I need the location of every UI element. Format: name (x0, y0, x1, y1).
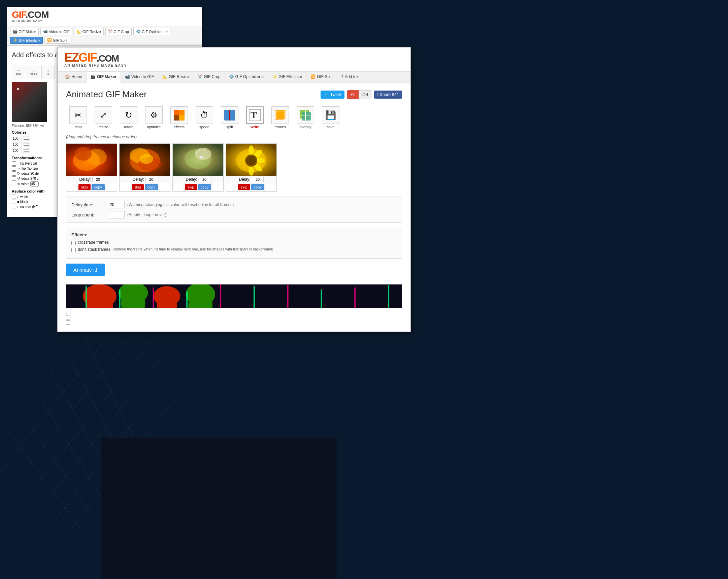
drag-drop-hint: (drag and drop frames to change order) (66, 135, 402, 139)
delay-time-note: (Warning: changing this value will reset… (127, 202, 234, 207)
frame-copy-btn-3[interactable]: copy (198, 184, 211, 190)
svg-point-40 (140, 154, 153, 164)
table-row: Delay: skip copy (119, 143, 171, 191)
mw-share-btn[interactable]: f Share 844 (374, 90, 402, 99)
mw-nav-gifsplit[interactable]: 🔀 GIF Split (306, 72, 337, 82)
table-row: Delay: skip copy (66, 143, 117, 191)
bw-nav-gifcrop[interactable]: ✂️ GIF Crop (105, 28, 132, 35)
bw-replace-white: □ white (12, 194, 47, 199)
effects-title: Effects: (71, 232, 397, 237)
bw-colorize-label: Colorize: (12, 130, 47, 134)
tool-save-label: save (327, 125, 334, 129)
svg-rect-19 (224, 110, 229, 121)
tool-crop[interactable]: ✂ crop (66, 105, 90, 131)
frame-delay-input-3[interactable] (199, 177, 210, 182)
bw-tools-row: ✂crop ⤢resize ○o (12, 65, 55, 79)
mw-nav-addtext[interactable]: T Add text (337, 72, 364, 82)
mw-nav-gifcrop[interactable]: ✂️ GIF Crop (193, 72, 225, 82)
bw-color-picker-g[interactable] (23, 142, 30, 147)
tool-write[interactable]: T write (243, 105, 267, 131)
frame-skip-btn-2[interactable]: skip (132, 184, 144, 190)
tool-speed[interactable]: ⏱ speed (192, 105, 216, 131)
frame-delay-input-2[interactable] (146, 177, 157, 182)
bottom-check-row-3 (66, 320, 402, 325)
tool-optimize[interactable]: ⚙ optimize (142, 105, 166, 131)
bw-color-row-1 (12, 136, 47, 141)
svg-rect-60 (66, 285, 402, 308)
tool-split[interactable]: split (217, 105, 242, 131)
frame-delay-input-1[interactable] (92, 177, 104, 182)
bw-nav-gifsplit[interactable]: 🔀 GIF Split (45, 37, 70, 44)
svg-rect-20 (230, 110, 235, 121)
frame-delay-input-4[interactable] (252, 177, 264, 182)
dont-stack-desc: (remove the frame when it's time to disp… (112, 247, 274, 251)
bottom-checkbox-1[interactable] (66, 310, 70, 314)
bw-color-picker-b[interactable] (23, 148, 30, 153)
loop-count-label: Loop count: (71, 212, 105, 217)
tool-resize[interactable]: ⤢ resize (91, 105, 115, 131)
mw-gplus-btn[interactable]: +1 (347, 90, 359, 99)
crossfade-checkbox[interactable] (71, 241, 76, 245)
dont-stack-checkbox[interactable] (71, 248, 76, 252)
frame-delay-row-4: Delay: (226, 176, 277, 183)
overlay-icon (297, 106, 314, 124)
bw-replace-black-cb[interactable] (12, 200, 16, 204)
mw-nav-gifresize[interactable]: 📐 GIF Resize (158, 72, 193, 82)
mw-nav-videotogif[interactable]: 📹 Video to GIF (121, 72, 158, 82)
tool-rotate[interactable]: ↻ rotate (116, 105, 141, 131)
bottom-checkbox-3[interactable] (66, 320, 70, 325)
bw-nav: 🎬 GIF Maker 📹 Video to GIF 📐 GIF Resize … (7, 26, 202, 46)
mw-nav-gifoptimizer[interactable]: ⚙️ GIF Optimizer » (225, 72, 268, 82)
bw-color-input-r[interactable] (12, 136, 22, 141)
bw-flip-h-cb[interactable] (12, 166, 16, 171)
bw-nav-gifresize[interactable]: 📐 GIF Resize (74, 28, 104, 35)
bw-nav-gifeffects[interactable]: ✨ GIF Effects » (10, 37, 43, 44)
bw-rotate-angle-input[interactable] (30, 181, 39, 186)
mw-nav-gifmaker[interactable]: 🎬 GIF Maker (86, 72, 121, 82)
svg-point-35 (75, 147, 92, 161)
tool-save[interactable]: 💾 save (318, 105, 343, 131)
bw-tool-resize[interactable]: ⤢resize (27, 65, 40, 79)
bw-nav-gifmaker[interactable]: 🎬 GIF Maker (10, 28, 39, 35)
svg-point-50 (196, 152, 197, 153)
tool-optimize-label: optimize (147, 125, 161, 129)
loop-count-row: Loop count: (Empty - loop forever) (71, 211, 397, 218)
bw-nav-videotogif[interactable]: 📹 Video to GIF (41, 28, 72, 35)
delay-time-input[interactable] (108, 201, 125, 208)
bw-nav-gifoptimizer[interactable]: ⚙️ GIF Optimizer » (133, 28, 171, 35)
bw-rotate-270-cb[interactable] (12, 176, 16, 181)
bottom-checkbox-2[interactable] (66, 315, 70, 319)
frame-image-3 (173, 144, 223, 176)
frame-skip-btn-1[interactable]: skip (78, 184, 90, 190)
bw-color-input-b[interactable] (12, 148, 22, 153)
bw-file-size: File size: 859.36K, wi (12, 124, 47, 128)
bw-rotate-90-cb[interactable] (12, 172, 16, 176)
tool-frames[interactable]: frames (268, 105, 292, 131)
tool-overlay[interactable]: overlay (293, 105, 317, 131)
bw-color-row-2 (12, 142, 47, 147)
write-icon: T (246, 106, 264, 124)
svg-point-62 (83, 285, 116, 308)
frame-copy-btn-2[interactable]: copy (145, 184, 158, 190)
bw-color-input-g[interactable] (12, 142, 22, 147)
bw-color-row-3 (12, 148, 47, 153)
bw-replace-custom-cb[interactable] (12, 205, 16, 209)
loop-count-input[interactable] (108, 211, 125, 218)
svg-point-59 (246, 156, 256, 165)
bw-tool-crop[interactable]: ✂crop (12, 65, 25, 79)
bw-replace-white-cb[interactable] (12, 194, 16, 199)
bw-flip-v-cb[interactable] (12, 161, 16, 166)
tool-effects[interactable]: effects (167, 105, 191, 131)
frame-copy-btn-1[interactable]: copy (92, 184, 105, 190)
frame-skip-btn-4[interactable]: skip (238, 184, 250, 190)
mw-tweet-btn[interactable]: 🐦 Tweet (320, 90, 344, 99)
bw-tool-o[interactable]: ○o (42, 65, 55, 79)
bw-color-picker-r[interactable] (23, 136, 30, 141)
animate-button[interactable]: Animate it! (66, 264, 105, 276)
frame-copy-btn-4[interactable]: copy (251, 184, 264, 190)
mw-nav-home[interactable]: 🏠 Home (61, 72, 86, 82)
mw-nav-gifeffects[interactable]: ✨ GIF Effects » (268, 72, 306, 82)
bw-rotate-custom-cb[interactable] (12, 182, 16, 186)
resize-icon: ⤢ (95, 106, 112, 124)
frame-skip-btn-3[interactable]: skip (185, 184, 197, 190)
